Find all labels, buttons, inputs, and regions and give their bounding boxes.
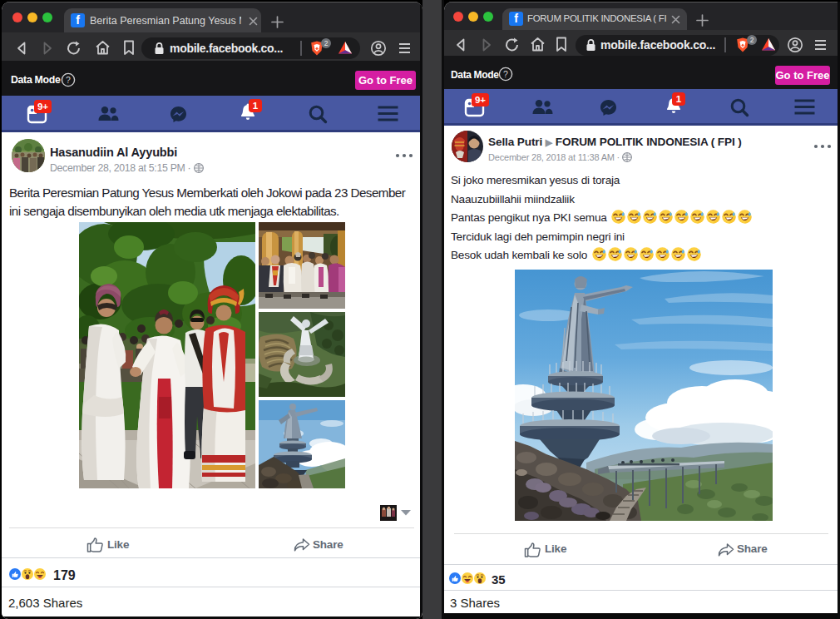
svg-text:?: ? xyxy=(503,69,508,79)
svg-text:?: ? xyxy=(66,75,71,85)
